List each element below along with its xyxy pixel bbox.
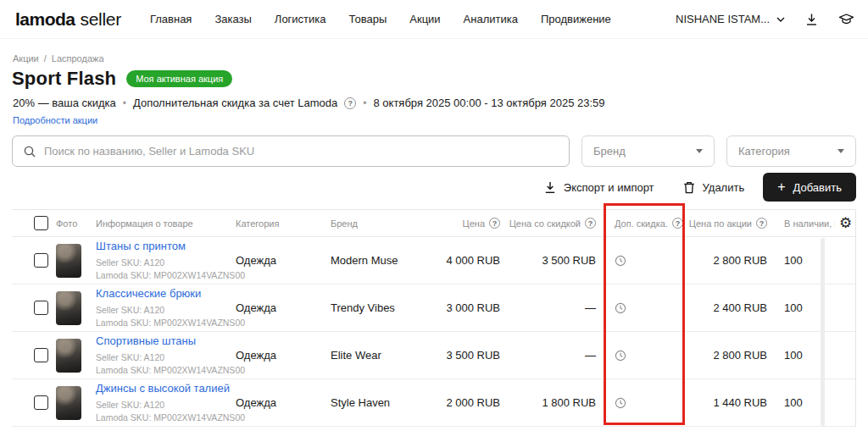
seller-sku: Seller SKU: A120 xyxy=(96,351,236,364)
cell-price-discount: 3 500 RUB xyxy=(500,254,596,267)
help-icon[interactable]: ? xyxy=(756,218,767,229)
plus-icon: + xyxy=(777,180,785,194)
lamoda-seller-logo[interactable]: lamoda seller xyxy=(15,9,121,30)
table-row: Классические брюки Seller SKU: A120 Lamo… xyxy=(12,285,856,332)
add-label: Добавить xyxy=(793,181,842,194)
breadcrumb-separator: / xyxy=(44,53,47,64)
graduation-cap-icon[interactable] xyxy=(838,13,854,25)
cell-stock: 100 xyxy=(767,301,835,314)
row-checkbox[interactable] xyxy=(34,348,48,362)
cell-price-promo: 2 800 RUB xyxy=(685,254,767,267)
col-price: Цена ? xyxy=(441,218,500,229)
breadcrumb-current[interactable]: Lacпродажа xyxy=(52,53,104,64)
table-row: Джинсы с высокой талией Seller SKU: A120… xyxy=(12,379,856,427)
cell-price-discount: 1 800 RUB xyxy=(500,396,596,409)
header-right: NISHANE ISTAM... xyxy=(676,13,854,26)
cell-price-promo: 1 440 RUB xyxy=(685,396,767,409)
cell-brand: Modern Muse xyxy=(331,254,441,267)
add-button[interactable]: + Добавить xyxy=(763,173,856,202)
page: lamoda seller ГлавнаяЗаказыЛогистикаТова… xyxy=(0,0,868,442)
product-name-link[interactable]: Джинсы с высокой талией xyxy=(96,381,236,397)
dot-separator: • xyxy=(363,97,366,109)
table-header-row: Фото Информация о товаре Категория Бренд… xyxy=(12,209,856,237)
category-filter[interactable]: Категория xyxy=(726,135,856,167)
export-icon xyxy=(544,181,556,194)
top-header: lamoda seller ГлавнаяЗаказыЛогистикаТова… xyxy=(0,0,868,39)
clock-icon xyxy=(615,302,626,314)
search-box xyxy=(12,135,570,167)
product-photo xyxy=(56,244,81,278)
actions-row: Экспорт и импорт Удалить + Добавить xyxy=(544,173,856,202)
nav-item-3[interactable]: Товары xyxy=(349,13,387,25)
seller-sku: Seller SKU: A120 xyxy=(96,399,236,412)
nav-item-0[interactable]: Главная xyxy=(150,13,192,25)
help-icon[interactable]: ? xyxy=(344,97,356,109)
nav-item-5[interactable]: Аналитика xyxy=(464,13,518,25)
lamoda-sku: Lamoda SKU: MP002XW14VAZNS00 xyxy=(96,412,236,424)
col-price-discount-label: Цена со скидкой xyxy=(509,218,581,229)
cell-price: 3 000 RUB xyxy=(441,301,500,314)
promo-details-link[interactable]: Подробности акции xyxy=(13,115,97,125)
col-extra-discount: Доп. скидка. ? xyxy=(596,218,685,229)
caret-down-icon xyxy=(696,149,703,153)
row-checkbox[interactable] xyxy=(34,301,48,315)
account-menu[interactable]: NISHANE ISTAM... xyxy=(676,13,785,25)
cell-category: Одежда xyxy=(236,396,331,409)
cell-price: 4 000 RUB xyxy=(441,254,500,267)
lamoda-sku: Lamoda SKU: MP002XW14VAZNS00 xyxy=(96,364,236,377)
table-settings-gear-icon[interactable]: ⚙ xyxy=(839,216,852,230)
cell-brand: Elite Wear xyxy=(331,349,441,362)
search-input[interactable] xyxy=(44,145,559,157)
col-extra-discount-label: Доп. скидка. xyxy=(615,218,668,229)
product-name-link[interactable]: Штаны с принтом xyxy=(96,239,236,255)
nav-item-2[interactable]: Логистика xyxy=(275,13,326,25)
page-title: Sport Flash xyxy=(12,68,116,90)
product-photo xyxy=(56,386,81,420)
cell-stock: 100 xyxy=(767,349,835,362)
export-import-button[interactable]: Экспорт и импорт xyxy=(544,181,654,194)
brand-filter-label: Бренд xyxy=(593,145,626,157)
category-filter-label: Категория xyxy=(738,145,790,157)
cell-category: Одежда xyxy=(236,254,331,267)
product-name-link[interactable]: Классические брюки xyxy=(96,286,236,302)
main-nav: ГлавнаяЗаказыЛогистикаТоварыАкцииАналити… xyxy=(150,13,611,25)
col-price-promo: Цена по акции ? xyxy=(685,218,767,229)
cell-price-promo: 2 400 RUB xyxy=(685,301,767,314)
col-brand: Бренд xyxy=(331,218,441,229)
row-checkbox[interactable] xyxy=(34,395,48,410)
cell-price-discount: — xyxy=(500,349,596,362)
table-row: Спортивные штаны Seller SKU: A120 Lamoda… xyxy=(12,332,856,379)
trash-icon xyxy=(683,181,695,194)
nav-item-6[interactable]: Продвижение xyxy=(541,13,611,25)
dot-separator: • xyxy=(123,97,126,109)
promo-extra: Дополнительная скидка за счет Lamoda xyxy=(133,97,337,109)
col-price-discount: Цена со скидкой ? xyxy=(500,218,596,229)
nav-item-1[interactable]: Заказы xyxy=(214,13,251,25)
cell-brand: Trendy Vibes xyxy=(331,301,441,314)
row-checkbox[interactable] xyxy=(34,253,48,268)
delete-label: Удалить xyxy=(703,181,745,194)
col-info: Информация о товаре xyxy=(96,218,236,229)
nav-item-4[interactable]: Акции xyxy=(409,13,440,25)
col-stock: В наличии, ш xyxy=(767,218,835,229)
download-icon[interactable] xyxy=(805,13,818,26)
product-name-link[interactable]: Спортивные штаны xyxy=(96,334,236,350)
brand-filter[interactable]: Бренд xyxy=(581,135,715,167)
chevron-down-icon xyxy=(776,17,785,22)
search-icon xyxy=(23,145,36,158)
account-name: NISHANE ISTAM... xyxy=(676,13,770,25)
table-row: Штаны с принтом Seller SKU: A120 Lamoda … xyxy=(12,237,856,285)
seller-sku: Seller SKU: A120 xyxy=(96,304,236,317)
clock-icon xyxy=(615,397,626,409)
cell-category: Одежда xyxy=(236,349,331,362)
breadcrumb-section[interactable]: Акции xyxy=(13,53,39,64)
table-scrollbar[interactable] xyxy=(821,238,825,426)
help-icon[interactable]: ? xyxy=(489,218,500,229)
select-all-checkbox[interactable] xyxy=(34,216,48,230)
promo-dates: 8 октября 2025 00:00 - 13 октября 2025 2… xyxy=(374,97,605,109)
clock-icon xyxy=(615,255,626,267)
delete-button[interactable]: Удалить xyxy=(683,181,745,194)
col-photo: Фото xyxy=(56,218,96,229)
help-icon[interactable]: ? xyxy=(585,218,596,229)
help-icon[interactable]: ? xyxy=(672,218,683,229)
